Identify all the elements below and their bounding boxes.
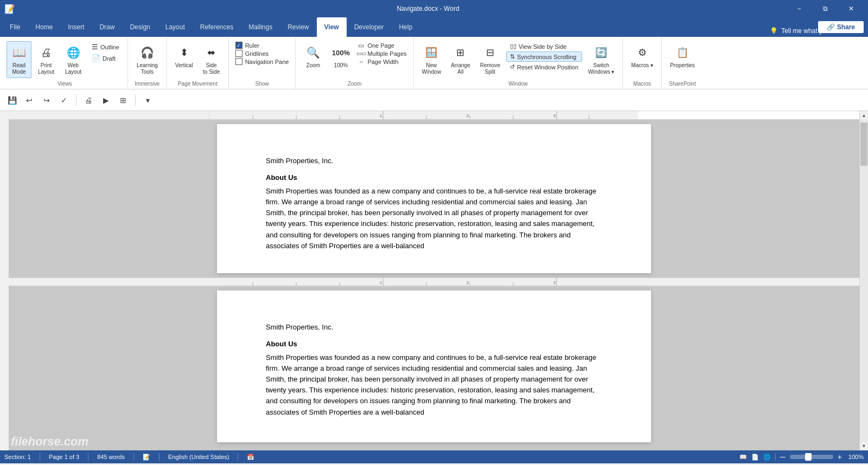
zoom-out-button[interactable]: ─ — [780, 453, 786, 461]
repeat-button[interactable]: ✓ — [56, 93, 72, 108]
tab-developer[interactable]: Developer — [347, 17, 392, 37]
vertical-icon: ⬍ — [175, 44, 193, 61]
remove-split-button[interactable]: ⊟ RemoveSplit — [476, 41, 504, 78]
tab-references[interactable]: References — [193, 17, 241, 37]
svg-text:1: 1 — [380, 280, 382, 285]
status-sep-5 — [238, 453, 238, 461]
web-layout-icon: 🌐 — [65, 44, 82, 61]
document-area: 1 2 3 Smith Properties, Inc. About Us Sm… — [9, 111, 859, 450]
svg-rect-0 — [0, 111, 9, 450]
print-layout-button[interactable]: 🖨 PrintLayout — [34, 41, 59, 78]
gridlines-checkbox[interactable]: Gridlines — [233, 49, 291, 57]
more-button[interactable]: ▾ — [140, 93, 155, 108]
pages-area[interactable]: 1 2 3 Smith Properties, Inc. About Us Sm… — [9, 111, 859, 450]
svg-text:3: 3 — [553, 280, 556, 285]
view-side-by-side-button[interactable]: ▯▯ View Side by Side — [506, 41, 582, 51]
view-read-icon[interactable]: 📖 — [739, 454, 747, 461]
print-preview-button[interactable]: 🖨 — [81, 93, 96, 108]
top-ruler-1: 1 2 3 — [9, 111, 859, 120]
properties-button[interactable]: 📋 Properties — [666, 41, 699, 72]
tab-draw[interactable]: Draw — [92, 17, 122, 37]
navigation-pane-checkbox[interactable]: Navigation Pane — [233, 57, 291, 66]
new-window-button[interactable]: 🪟 NewWindow — [418, 41, 445, 78]
title-bar: 📝 Navigate.docx - Word − ⧉ ✕ — [0, 0, 868, 17]
page-status: Page 1 of 3 — [49, 454, 79, 460]
one-page-check[interactable]: ▭ One Page — [355, 41, 409, 49]
tab-mailings[interactable]: Mailings — [241, 17, 280, 37]
track-changes-icon: 📅 — [247, 454, 254, 461]
zoom-100-button[interactable]: 100% 100% — [328, 41, 353, 72]
tab-home[interactable]: Home — [28, 17, 60, 37]
ruler-checkbox[interactable]: ✓ Ruler — [233, 41, 291, 49]
svg-text:3: 3 — [553, 113, 556, 118]
macros-icon: ⚙ — [634, 44, 651, 61]
zoom-in-button[interactable]: + — [838, 453, 842, 461]
draft-button[interactable]: 📄 Draft — [88, 53, 123, 64]
read-mode-button[interactable]: 📖 ReadMode — [7, 41, 31, 78]
undo-button[interactable]: ↩ — [22, 93, 37, 108]
macros-button[interactable]: ⚙ Macros ▾ — [627, 41, 657, 72]
zoom-slider[interactable] — [790, 455, 833, 459]
multiple-pages-check[interactable]: ▭▭ Multiple Pages — [355, 49, 409, 57]
view-web-icon[interactable]: 🌐 — [763, 454, 771, 461]
learning-tools-label: LearningTools — [137, 62, 158, 75]
redo-button[interactable]: ↪ — [39, 93, 54, 108]
navigation-pane-checkbox-mark — [235, 58, 242, 65]
tab-view[interactable]: View — [317, 17, 347, 37]
language-status: English (United States) — [168, 454, 229, 460]
page-movement-content: ⬍ Vertical ⬌ Sideto Side — [171, 39, 224, 79]
close-button[interactable]: ✕ — [839, 0, 864, 17]
zoom-percent-label: 100% — [848, 454, 864, 460]
draw-table-button[interactable]: ⊞ — [116, 93, 131, 108]
learning-tools-button[interactable]: 🎧 LearningTools — [132, 41, 162, 78]
doc-body-1: Smith Properties was founded as a new co… — [266, 186, 602, 251]
reset-window-button[interactable]: ↺ Reset Window Position — [506, 62, 582, 72]
ribbon-group-window: 🪟 NewWindow ⊞ ArrangeAll ⊟ RemoveSplit ▯… — [414, 38, 623, 89]
side-to-side-icon: ⬌ — [203, 44, 220, 61]
ribbon-group-sharepoint: 📋 Properties SharePoint — [662, 38, 703, 89]
doc-body-2: Smith Properties was founded as a new co… — [266, 352, 602, 418]
ribbon-group-views: 📖 ReadMode 🖨 PrintLayout 🌐 WebLayout ☰ O… — [2, 38, 128, 89]
document-page-2[interactable]: Smith Properties, Inc. About Us Smith Pr… — [217, 290, 651, 442]
sync-scrolling-button[interactable]: ⇅ Synchronous Scrolling — [506, 51, 582, 62]
tab-design[interactable]: Design — [122, 17, 157, 37]
language-label: English (United States) — [168, 454, 229, 460]
arrange-all-button[interactable]: ⊞ ArrangeAll — [447, 41, 474, 78]
page-movement-group-label: Page Movement — [171, 79, 224, 87]
scroll-thumb[interactable] — [860, 122, 867, 166]
remove-split-icon: ⊟ — [481, 44, 499, 61]
tab-review[interactable]: Review — [280, 17, 316, 37]
one-page-label: One Page — [367, 42, 394, 49]
zoom-button[interactable]: 🔍 Zoom — [300, 41, 326, 72]
view-side-by-side-icon: ▯▯ — [510, 43, 516, 50]
document-page-1[interactable]: Smith Properties, Inc. About Us Smith Pr… — [217, 124, 651, 273]
tab-file[interactable]: File — [2, 17, 28, 37]
share-button[interactable]: 🔗 Share — [818, 21, 864, 33]
play-button[interactable]: ▶ — [98, 93, 113, 108]
ruler-label: Ruler — [245, 42, 259, 49]
page-width-check[interactable]: ↔ Page Width — [355, 57, 409, 66]
svg-text:2: 2 — [467, 113, 469, 118]
ribbon-group-page-movement: ⬍ Vertical ⬌ Sideto Side Page Movement — [167, 38, 229, 89]
outline-button[interactable]: ☰ Outline — [88, 41, 123, 53]
side-to-side-button[interactable]: ⬌ Sideto Side — [199, 41, 224, 78]
page-1-container: Smith Properties, Inc. About Us Smith Pr… — [9, 120, 859, 273]
restore-button[interactable]: ⧉ — [813, 0, 838, 17]
save-button[interactable]: 💾 — [4, 93, 20, 108]
view-print-icon[interactable]: 📄 — [751, 454, 759, 461]
tab-layout[interactable]: Layout — [158, 17, 193, 37]
vertical-button[interactable]: ⬍ Vertical — [171, 41, 197, 72]
zoom-slider-thumb[interactable] — [805, 453, 812, 461]
scroll-track[interactable] — [860, 120, 868, 442]
tab-help[interactable]: Help — [391, 17, 420, 37]
minimize-button[interactable]: − — [787, 0, 812, 17]
ribbon-group-show: ✓ Ruler Gridlines Navigation Pane Show — [229, 38, 296, 89]
window-options-col: ▯▯ View Side by Side ⇅ Synchronous Scrol… — [506, 41, 582, 72]
web-layout-button[interactable]: 🌐 WebLayout — [61, 41, 86, 78]
svg-text:2: 2 — [467, 280, 469, 285]
switch-windows-button[interactable]: 🔄 SwitchWindows ▾ — [584, 41, 618, 78]
immersive-content: 🎧 LearningTools — [132, 39, 162, 79]
scroll-up-button[interactable]: ▲ — [860, 111, 869, 120]
scroll-down-button[interactable]: ▼ — [860, 442, 869, 450]
tab-insert[interactable]: Insert — [60, 17, 92, 37]
